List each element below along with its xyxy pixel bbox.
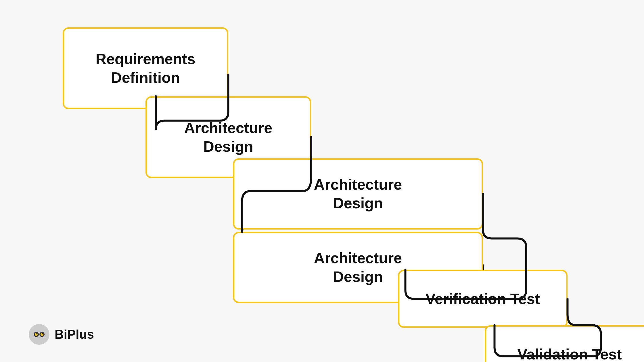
node-verification: Verification Test: [398, 270, 568, 328]
validation-label: Validation Test: [517, 345, 622, 362]
diagram-container: Requirements Definition Architecture Des…: [0, 0, 644, 362]
svg-point-5: [36, 333, 37, 334]
arch1-label: Architecture Design: [184, 119, 272, 156]
logo-area: BiPlus: [29, 324, 94, 345]
svg-point-4: [41, 333, 43, 336]
requirements-label: Requirements Definition: [96, 50, 195, 87]
biplus-text: BiPlus: [55, 327, 94, 342]
svg-point-6: [42, 333, 43, 334]
biplus-logo-icon: [29, 324, 49, 345]
node-arch2: Architecture Design: [233, 158, 483, 230]
verification-label: Verification Test: [425, 290, 540, 308]
node-validation: Validation Test: [485, 325, 644, 362]
arch3-label: Architecture Design: [314, 249, 402, 286]
arch2-label: Architecture Design: [314, 175, 402, 213]
svg-point-0: [31, 326, 47, 342]
svg-point-3: [35, 333, 38, 336]
